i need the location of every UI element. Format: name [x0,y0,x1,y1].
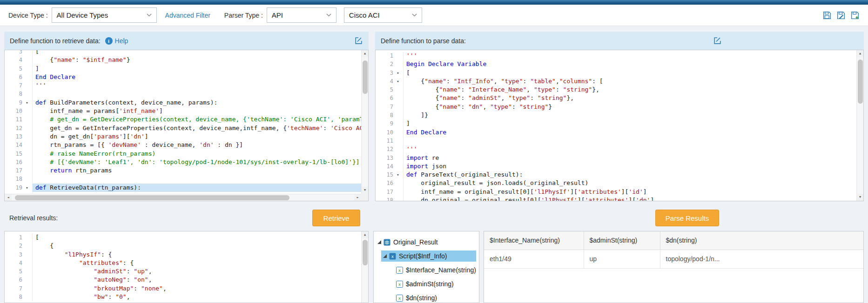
tree-item[interactable]: xScript($Intf_Info) [374,249,479,263]
save-new-icon[interactable] [850,11,860,20]
code-line[interactable]: 14 rtn_params = [{ 'devName' : device_na… [5,141,361,149]
fold-marker-icon[interactable]: ▾ [22,99,32,107]
code-text: { [33,242,361,250]
code-line[interactable]: 11 # get_dn = GetDeviceProperties(contex… [5,115,361,124]
scrollbar-thumb[interactable] [363,240,368,265]
vertical-scrollbar[interactable]: ▲ ▼ [361,50,368,194]
parse-results-button[interactable]: Parse Results [655,210,719,226]
parse-function-editor[interactable]: 1'''2Begin Declare Variable3▾[4▾ {"name"… [375,50,864,201]
code-line[interactable]: 16 original_result = json.loads(_origina… [376,179,856,187]
code-line[interactable]: 17 intf_name = original_result[0]['l1Phy… [376,188,856,196]
code-line[interactable]: 8 ]} [376,111,856,119]
tree-item[interactable]: x$adminSt(string) [374,277,479,291]
code-line[interactable]: 4▾ {"name": "Intf_Info", "type": "table"… [376,77,856,86]
device-type-dropdown[interactable]: All Device Types [52,7,157,23]
code-line[interactable]: 19▾def RetrieveData(rtn_params): [5,184,361,192]
code-line[interactable]: 6 {"name": "adminSt", "type": "string"}, [376,94,856,102]
save-as-icon[interactable] [836,11,846,20]
retrieve-panel-header: Define function to retrieve data: i Help [4,32,369,50]
code-line[interactable]: 14import json [376,162,856,171]
code-line[interactable]: 16 # [{'devName': 'Leaf1', 'dn': 'topolo… [5,158,361,166]
tree-item[interactable]: Original_Result [374,235,479,249]
advanced-filter-link[interactable]: Advanced Filter [165,12,210,19]
code-line[interactable]: 12''' [376,145,856,153]
fold-marker-icon[interactable]: ▾ [393,77,403,86]
variable-node-icon: x [396,281,403,288]
code-text: "autoNeg": "on", [33,276,361,284]
scrollbar-thumb[interactable] [15,195,289,200]
code-line[interactable]: 15 # raise NameError(rtn_params) [5,150,361,158]
retrieval-results-editor[interactable]: 1[2 {3 "l1PhysIf": {4 "attributes": {5 "… [4,231,369,303]
code-line[interactable]: 3 "l1PhysIf": { [5,250,361,259]
code-line[interactable]: 9] [376,119,856,128]
scroll-right-icon[interactable]: ► [354,194,361,201]
help-info-icon[interactable]: i [105,37,113,45]
code-line[interactable]: 8 [5,90,361,98]
scroll-up-icon[interactable]: ▲ [362,50,368,57]
save-icon[interactable] [822,11,832,20]
code-line[interactable]: 17 return rtn_params [5,166,361,175]
column-header[interactable]: $adminSt(string) [584,231,660,250]
code-line[interactable]: 11 [376,137,856,145]
column-header[interactable]: $Interface_Name(string) [484,231,584,250]
code-line[interactable]: 6 "autoNeg": "on", [5,276,361,284]
line-number: 3 [5,50,22,56]
scroll-up-icon[interactable]: ▲ [857,50,863,57]
vertical-scrollbar[interactable]: ▲ [361,231,368,303]
code-line[interactable]: 4 "attributes": { [5,259,361,267]
vertical-scrollbar[interactable]: ▲ ▼ [856,50,863,201]
code-line[interactable]: 7''' [5,81,361,90]
code-line[interactable]: 10 intf_name = params['intf_name'] [5,107,361,115]
code-line[interactable]: 9▾def BuildParameters(context, device_na… [5,99,361,107]
scroll-left-icon[interactable]: ◄ [5,194,12,201]
code-text [404,137,856,145]
column-header[interactable]: $dn(string) [660,231,863,250]
edit-parse-function-icon[interactable] [713,36,722,45]
tree-item[interactable]: x$Interface_Name(string) [374,263,479,277]
code-line[interactable]: 3[ [5,50,361,56]
scroll-up-icon[interactable]: ▲ [362,231,368,238]
line-number: 2 [5,242,22,250]
code-line[interactable]: 2Begin Declare Variable [376,60,856,68]
code-line[interactable]: 13import re [376,154,856,162]
code-line[interactable]: 12 get_dn = GetInterfaceProperties(conte… [5,124,361,132]
code-line[interactable]: 3▾[ [376,69,856,77]
code-line[interactable]: 10End Declare [376,128,856,137]
scroll-down-icon[interactable]: ▼ [362,187,368,194]
tree-item[interactable]: x$dn(string) [374,291,479,303]
parser-subtype-dropdown[interactable]: Cisco ACI [344,7,422,23]
code-line[interactable]: 18 dn_original = original_result[0]['l1P… [376,196,856,201]
code-line[interactable]: 5] [5,65,361,73]
scroll-down-icon[interactable]: ▼ [857,194,863,201]
code-line[interactable]: 7 "brkoutMap": "none", [5,284,361,293]
code-line[interactable]: 5 {"name": "Interface_Name", "type": "st… [376,86,856,94]
line-number: 16 [376,179,393,187]
table-row[interactable]: eth1/49uptopology/pod-1/n... [484,250,863,268]
tree-expanded-arrow-icon[interactable] [377,240,381,244]
code-line[interactable]: 2 { [5,242,361,250]
code-line[interactable]: 5 "adminSt": "up", [5,267,361,276]
code-line[interactable]: 1[ [5,233,361,242]
retrieve-function-editor[interactable]: 3[4 {"name": "$intf_name"}5]6End Declare… [4,50,369,201]
code-line[interactable]: 18 [5,175,361,183]
retrieve-button[interactable]: Retrieve [312,210,360,226]
fold-marker-icon[interactable]: ▾ [393,171,403,179]
code-line[interactable]: 13 dn = get_dn['params']['dn'] [5,132,361,141]
scrollbar-thumb[interactable] [858,59,863,104]
horizontal-scrollbar[interactable]: ◄ ► [5,194,361,201]
code-line[interactable]: 1''' [376,52,856,60]
code-text [33,175,361,183]
help-link[interactable]: Help [115,37,128,45]
fold-marker-icon[interactable]: ▾ [22,184,32,192]
code-line[interactable]: 4 {"name": "$intf_name"} [5,56,361,64]
fold-marker-icon[interactable]: ▾ [393,69,403,77]
code-line[interactable]: 7 {"name": "dn", "type": "string"} [376,103,856,111]
edit-retrieve-function-icon[interactable] [354,36,363,45]
code-line[interactable]: 15▾def ParseText(_original_result): [376,171,856,179]
tree-expanded-arrow-icon[interactable] [383,254,387,258]
code-line[interactable]: 8 "bw": "0", [5,293,361,301]
code-line[interactable]: 6End Declare [5,73,361,81]
scrollbar-thumb[interactable] [363,60,368,94]
code-text: Begin Declare Variable [404,60,856,68]
parser-type-dropdown[interactable]: API [267,7,336,23]
